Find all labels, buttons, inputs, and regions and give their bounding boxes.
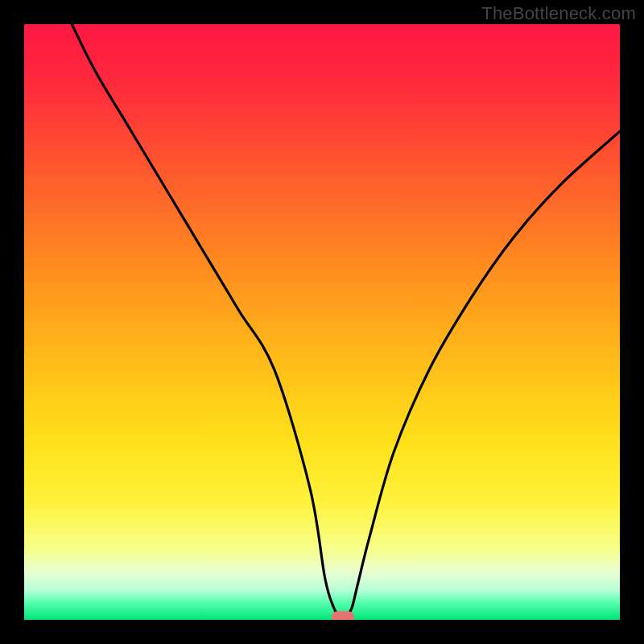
optimal-point-marker [332, 611, 354, 620]
plot-area [24, 24, 620, 620]
gradient-background [24, 24, 620, 620]
bottleneck-chart-svg [24, 24, 620, 620]
watermark-text: TheBottleneck.com [481, 3, 636, 24]
chart-frame: TheBottleneck.com [0, 0, 644, 644]
